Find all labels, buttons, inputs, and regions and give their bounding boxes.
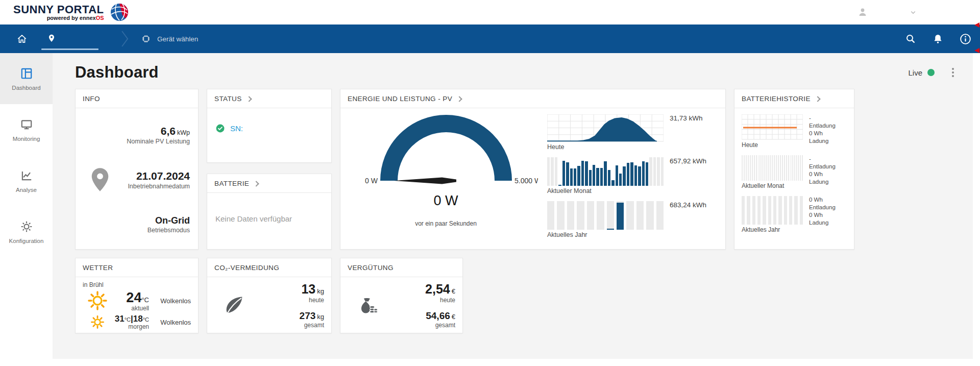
sidebar-item-dashboard[interactable]: Dashboard: [0, 53, 53, 104]
sidebar-label: Konfiguration: [9, 238, 44, 244]
globe-logo-icon: [109, 2, 130, 22]
plant-breadcrumb-tab[interactable]: [36, 25, 95, 53]
status-sn-row: SN:: [215, 124, 323, 133]
operating-mode-value: On-Grid: [155, 215, 190, 226]
chart-label-monat: Aktueller Monat: [742, 182, 803, 189]
card-verguetung: VERGÜTUNG: [340, 258, 463, 333]
live-status: Live: [908, 68, 935, 77]
chart-label-heute: Heute: [547, 143, 664, 151]
battery-year-legend: 0 WhEntladung0 WhLadung: [809, 196, 836, 227]
user-account-icon[interactable]: [856, 6, 869, 18]
page-menu-button[interactable]: [950, 66, 956, 79]
card-batteriehistorie-header[interactable]: BATTERIEHISTORIE: [734, 89, 854, 108]
money-bag-icon: [356, 294, 379, 317]
gear-icon: [20, 220, 33, 233]
monitor-icon: [20, 118, 33, 131]
pv-today-area-chart: [547, 114, 664, 142]
select-device-breadcrumb[interactable]: Gerät wählen: [140, 33, 198, 44]
sidebar-item-analyse[interactable]: Analyse: [0, 155, 53, 206]
co2-total-value: 273: [300, 310, 316, 321]
card-status: STATUS SN:: [207, 89, 332, 163]
active-breadcrumb-underline: [41, 48, 99, 50]
pv-energy-today-row: Heute 31,73 kWh: [547, 114, 718, 151]
info-mode-row: On-Grid Betriebsmodus: [84, 205, 190, 244]
feed-in-total-block: 54,66€ gesamt: [387, 310, 455, 329]
footer-strip: [0, 359, 980, 366]
card-info: INFO 6,6kWp Nominale PV Leistung: [75, 89, 199, 250]
card-energie-header[interactable]: ENERGIE UND LEISTUNG - PV: [340, 89, 725, 108]
dashboard-icon: [20, 67, 33, 80]
battery-year-row: Aktuelles Jahr 0 WhEntladung0 WhLadung: [742, 196, 847, 233]
battery-today-row: Heute -Entladung0 WhLadung: [742, 114, 847, 149]
bell-icon: [932, 33, 944, 45]
gauge-max-label: 5.000 W: [514, 177, 538, 185]
brand-title: SUNNY PORTAL: [13, 4, 104, 15]
select-device-label: Gerät wählen: [157, 35, 198, 43]
check-circle-icon: [215, 124, 225, 133]
temp-low-value: 18: [133, 314, 143, 324]
sidebar-item-monitoring[interactable]: Monitoring: [0, 104, 53, 155]
weather-tomorrow-row: 31°C|18°C morgen Wolkenlos: [76, 313, 198, 331]
co2-total-block: 273kg gesamt: [254, 310, 324, 329]
brand-logo: SUNNY PORTAL powered by ennexOS: [0, 2, 130, 22]
card-status-header[interactable]: STATUS: [207, 89, 331, 108]
card-co2-vermeidung: CO₂-VERMEIDUNG 13kg heute: [207, 258, 332, 333]
card-batterie-header[interactable]: BATTERIE: [207, 174, 331, 193]
current-power-value: 0 W: [433, 193, 458, 209]
pv-today-value: 31,73 kWh: [670, 114, 703, 122]
feed-in-today-block: 2,54€ heute: [387, 282, 455, 304]
temp-now-value: 24: [126, 290, 141, 305]
card-co2-header: CO₂-VERMEIDUNG: [207, 258, 331, 277]
gauge-min-label: 0 W: [365, 177, 378, 185]
card-verguetung-header: VERGÜTUNG: [340, 258, 462, 277]
chart-label-monat: Aktueller Monat: [547, 187, 664, 194]
breadcrumb-separator-icon: [121, 30, 129, 48]
home-button[interactable]: [8, 25, 36, 53]
battery-month-chart: [742, 155, 803, 181]
info-circle-icon: [959, 33, 972, 45]
line-chart-icon: [20, 169, 33, 182]
top-bar: SUNNY PORTAL powered by ennexOS: [0, 0, 980, 25]
sidebar-item-konfiguration[interactable]: Konfiguration: [0, 206, 53, 257]
pv-month-value: 657,92 kWh: [670, 157, 706, 165]
feed-in-today-value: 2,54: [425, 282, 450, 296]
battery-month-legend: -Entladung0 WhLadung: [809, 155, 836, 186]
sidebar-label: Dashboard: [12, 85, 40, 91]
account-chevron-down-icon[interactable]: [909, 8, 918, 17]
operating-mode-caption: Betriebsmodus: [116, 227, 190, 234]
scroll-gutter: [973, 53, 980, 359]
weather-now-row: 24°C aktuell Wolkenlos: [76, 288, 198, 313]
gauge-needle: [394, 178, 456, 184]
search-button[interactable]: [904, 33, 917, 45]
main-navbar: Gerät wählen: [0, 25, 980, 53]
edge-marker: [974, 48, 979, 53]
pv-year-value: 683,24 kWh: [670, 201, 706, 209]
serial-number-label: SN:: [230, 124, 243, 133]
co2-today-value: 13: [301, 282, 315, 296]
chevron-right-icon: [456, 96, 462, 102]
pv-energy-month-row: Aktueller Monat 657,92 kWh: [547, 157, 718, 194]
main-content: Dashboard Live INFO 6,6kWp Nomi: [53, 53, 980, 359]
sidebar: Dashboard Monitoring Analyse: [0, 53, 53, 359]
battery-year-chart: [742, 196, 803, 225]
last-update-text: vor ein paar Sekunden: [415, 220, 477, 227]
chart-label-jahr: Aktuelles Jahr: [547, 231, 664, 238]
chevron-right-icon: [246, 96, 252, 102]
chevron-right-icon: [815, 96, 820, 102]
card-wetter-header: WETTER: [76, 258, 198, 277]
notifications-button[interactable]: [932, 33, 944, 45]
nominal-power-value: 6,6: [161, 125, 176, 137]
card-info-header: INFO: [76, 89, 198, 108]
info-commissioning-row: 21.07.2024 Inbetriebnahmedatum: [84, 160, 190, 199]
page-title: Dashboard: [75, 63, 159, 82]
info-button[interactable]: [959, 33, 972, 45]
commissioning-date-caption: Inbetriebnahmedatum: [116, 183, 190, 190]
nominal-power-caption: Nominale PV Leistung: [116, 138, 190, 145]
home-icon: [16, 33, 28, 44]
card-batteriehistorie: BATTERIEHISTORIE Heute -Entladung0 WhLad…: [734, 89, 854, 250]
sun-icon: [86, 289, 109, 312]
live-indicator-dot: [927, 69, 935, 76]
battery-month-row: Aktueller Monat -Entladung0 WhLadung: [742, 155, 847, 189]
temp-high-value: 31: [115, 314, 125, 324]
commissioning-date-value: 21.07.2024: [136, 170, 190, 182]
